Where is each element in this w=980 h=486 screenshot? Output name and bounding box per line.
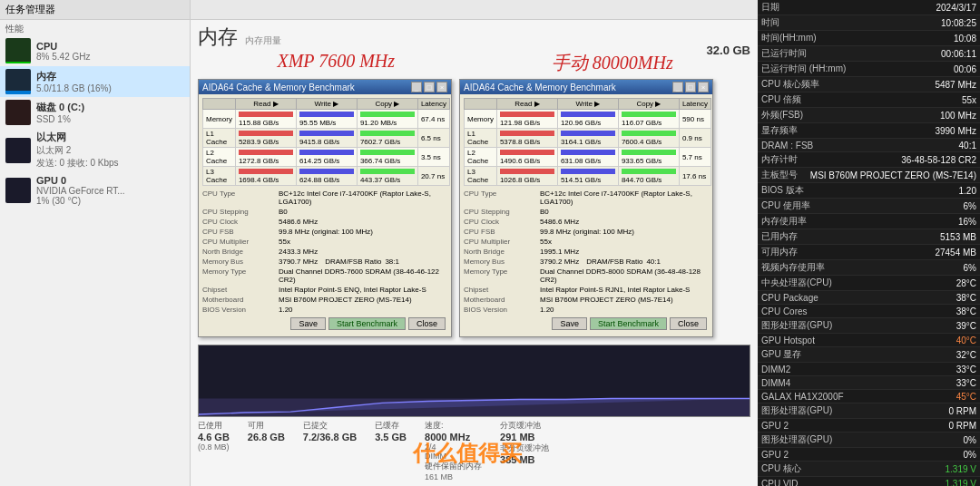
hwinfo-label: 显存频率 [761, 124, 904, 137]
xmp-cpu-step: B0 [279, 208, 288, 216]
benchmarks-row: AIDA64 Cache & Memory Benchmark _ □ × Re… [191, 75, 758, 341]
tm-item-cpu[interactable]: CPU 8% 5.42 GHz [0, 35, 190, 66]
hwinfo-label: 中央处理器(CPU) [761, 277, 904, 289]
hwinfo-value: 1.20 [904, 186, 976, 196]
aida-xmp-max[interactable]: □ [424, 82, 435, 92]
hwinfo-row: DRAM : FSB 40:1 [758, 139, 980, 152]
manual-memtype: Dual Channel DDR5-8000 SDRAM (36-48-48-1… [540, 267, 709, 284]
aida-manual-start[interactable]: Start Benchmark [590, 317, 667, 330]
manual-cpu-step: B0 [540, 208, 549, 216]
tm-item-disk[interactable]: 磁盘 0 (C:) SSD 1% [0, 97, 190, 128]
hwinfo-value: 38°C [904, 293, 976, 303]
hwinfo-row: DIMM4 33°C [758, 376, 980, 390]
aida-xmp-start[interactable]: Start Benchmark [328, 317, 406, 330]
aida-manual-actions: Save Start Benchmark Close [464, 315, 709, 333]
disk-graph-icon [5, 100, 31, 125]
aida-manual-close[interactable]: × [698, 82, 709, 92]
hwinfo-value: 36-48-58-128 CR2 [901, 155, 976, 165]
hwinfo-value: 45°C [904, 392, 976, 402]
tm-item-network[interactable]: 以太网 以太网 2 发送: 0 接收: 0 Kbps [0, 128, 190, 172]
hwinfo-row: CPU 使用率 6% [758, 199, 980, 214]
mem-usage-graph [199, 345, 750, 416]
mem-graph-container [198, 345, 750, 417]
mem-info: 内存 5.0/11.8 GB (16%) [36, 70, 184, 93]
cpu-graph-icon [5, 38, 31, 63]
aida-manual-col-read: Read ▶ [496, 99, 557, 110]
mem-hwres-val: 161 MB [425, 472, 482, 481]
hwinfo-label: CPU 核心 [761, 462, 904, 475]
mem-cached-group: 已缓存 3.5 GB [375, 420, 407, 481]
hwinfo-value: 0 RPM [904, 406, 976, 416]
hwinfo-row: 内存使用率 16% [758, 214, 980, 229]
xmp-northbridge: 2433.3 MHz [279, 248, 318, 256]
hwinfo-label: DIMM2 [761, 364, 904, 374]
hwinfo-row: CPU Cores 38°C [758, 305, 980, 318]
manual-dramfsb: 40:1 [646, 258, 661, 266]
mem-speed-label: 速度: [425, 420, 482, 432]
aida-manual-info: CPU TypeBC+12c Intel Core i7-14700KF (Ra… [464, 189, 709, 315]
aida-xmp-save[interactable]: Save [290, 317, 326, 330]
manual-mobo: MSI B760M PROJECT ZERO (MS-7E14) [540, 296, 673, 304]
manual-cpu-clock: 5486.6 MHz [540, 218, 579, 226]
hwinfo-row: CPU VID 1.319 V [758, 477, 980, 486]
hwinfo-label: 日期 [761, 1, 904, 14]
hwinfo-row: 日期 2024/3/17 [758, 0, 980, 15]
mem-hwres-label: 硬件保留的内存 [425, 461, 482, 472]
aida-xmp-close[interactable]: × [436, 82, 447, 92]
xmp-dramfsb: 38:1 [385, 258, 399, 266]
hwinfo-label: CPU VID [761, 479, 904, 487]
mem-commit-group: 已提交 7.2/36.8 GB [303, 420, 357, 481]
hwinfo-row: 内存计时 36-48-58-128 CR2 [758, 152, 980, 168]
hwinfo-value: 33°C [904, 364, 976, 374]
mem-graph-icon [5, 69, 31, 94]
top-bar [191, 0, 758, 20]
hwinfo-row: GPU 2 0 RPM [758, 419, 980, 433]
mem-cached-val: 3.5 GB [375, 432, 407, 442]
gpu-graph-icon [5, 178, 31, 203]
hwinfo-label: GPU Hotspot [761, 335, 904, 345]
xmp-cpu-type: BC+12c Intel Core i7-14700KF (Raptor Lak… [279, 190, 447, 206]
hwinfo-value: 00:06 [904, 64, 976, 74]
xmp-cpu-fsb: 99.8 MHz (original: 100 MHz) [279, 228, 373, 236]
aida-manual-window: AIDA64 Cache & Memory Benchmark _ □ × Re… [459, 79, 713, 337]
hwinfo-row: 已运行时间 (HH:mm) 00:06 [758, 62, 980, 77]
aida-manual-col-write: Write ▶ [557, 99, 618, 110]
gpu-label: GPU 0 [36, 175, 184, 186]
mem-usage-area: 已使用 4.6 GB (0.8 MB) 可用 26.8 GB 已提交 7.2/3… [191, 341, 758, 486]
mem-form-val: DIMM [425, 452, 482, 461]
aida-manual-min[interactable]: _ [672, 82, 683, 92]
hwinfo-label: 内存计时 [761, 153, 901, 166]
xmp-label-col: XMP 7600 MHz [198, 53, 475, 75]
hwinfo-label: 可用内存 [761, 246, 904, 258]
aida-manual-close-btn[interactable]: Close [670, 317, 707, 330]
aida-manual-content: Read ▶ Write ▶ Copy ▶ Latency Memory 121… [460, 94, 712, 336]
hwinfo-value: 40°C [904, 335, 976, 345]
mem-nonpaged-val: 385 MB [500, 454, 549, 465]
net-info: 以太网 以太网 2 发送: 0 接收: 0 Kbps [36, 131, 184, 170]
manual-northbridge: 1995.1 MHz [540, 248, 579, 256]
hwinfo-value: 1.319 V [904, 464, 976, 474]
tm-item-memory[interactable]: 内存 5.0/11.8 GB (16%) [0, 66, 190, 97]
hwinfo-label: GPU 2 [761, 450, 904, 460]
mem-speed-group: 速度: 8000 MHz 2/4 DIMM 硬件保留的内存 161 MB [425, 420, 482, 481]
xmp-label: XMP 7600 MHz [277, 51, 395, 75]
aida-xmp-min[interactable]: _ [411, 82, 422, 92]
aida-manual-max[interactable]: □ [685, 82, 696, 92]
task-manager-panel: 任务管理器 性能 CPU 8% 5.42 GHz 内存 5.0/11.8 GB … [0, 0, 191, 486]
hwinfo-label: 内存使用率 [761, 215, 904, 228]
hwinfo-row: CPU 核心频率 5487 MHz [758, 77, 980, 92]
hwinfo-value: 5153 MB [904, 232, 976, 242]
hwinfo-value: 0% [904, 435, 976, 445]
tm-item-gpu[interactable]: GPU 0 NVIDIA GeForce RT... 1% (30 °C) [0, 172, 190, 209]
aida-xmp-actions: Save Start Benchmark Close [202, 315, 447, 333]
aida-manual-title: AIDA64 Cache & Memory Benchmark [464, 83, 616, 92]
hwinfo-label: 时间 [761, 16, 904, 29]
hwinfo-label: CPU 倍频 [761, 93, 904, 106]
hwinfo-value: MSI B760M PROJECT ZERO (MS-7E14) [810, 170, 976, 180]
mem-commit-label: 已提交 [303, 420, 357, 432]
mem-used-sub: (0.8 MB) [198, 442, 230, 452]
hwinfo-rows: 日期 2024/3/17 时间 10:08:25 时间(HH:mm) 10:08… [758, 0, 980, 486]
gpu-info: GPU 0 NVIDIA GeForce RT... 1% (30 °C) [36, 175, 184, 206]
aida-xmp-close-btn[interactable]: Close [408, 317, 446, 330]
aida-manual-save[interactable]: Save [552, 317, 587, 330]
